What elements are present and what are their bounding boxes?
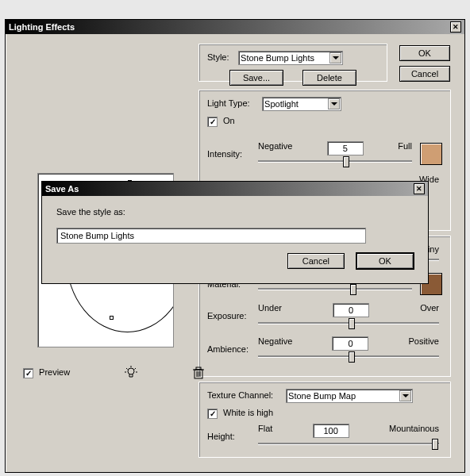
delete-button[interactable]: Delete: [302, 70, 356, 86]
saveas-cancel-button[interactable]: Cancel: [287, 253, 345, 269]
window-title: Lighting Effects: [9, 22, 75, 32]
light-type-label: Light Type:: [207, 98, 260, 108]
svg-line-3: [134, 368, 136, 370]
white-high-checkbox[interactable]: [207, 409, 218, 419]
saveas-ok-button[interactable]: OK: [356, 253, 414, 269]
svg-line-2: [126, 368, 128, 370]
style-group: Style: Stone Bump Lights Save... Delete: [198, 44, 387, 82]
ambience-slider[interactable]: [258, 355, 439, 357]
light-type-select[interactable]: Spotlight: [262, 97, 341, 111]
style-select-value: Stone Bump Lights: [241, 53, 314, 63]
exposure-label: Exposure:: [207, 311, 255, 321]
height-slider[interactable]: [258, 443, 439, 444]
ambience-left: Negative: [258, 336, 292, 351]
exposure-value[interactable]: 0: [333, 303, 369, 317]
save-as-dialog: Save As ✕ Save the style as: Stone Bump …: [41, 181, 429, 284]
intensity-value[interactable]: 5: [327, 141, 364, 155]
ambience-right: Positive: [408, 336, 439, 351]
texture-select[interactable]: Stone Bump Map: [286, 389, 413, 403]
exposure-left: Under: [258, 303, 282, 317]
style-name-value: Stone Bump Lights: [60, 231, 134, 240]
ok-button[interactable]: OK: [399, 45, 450, 61]
white-high-label: White is high: [223, 408, 273, 417]
texture-value: Stone Bump Map: [288, 391, 356, 401]
intensity-slider[interactable]: [258, 160, 412, 162]
svg-rect-8: [196, 367, 201, 370]
on-checkbox[interactable]: [207, 117, 218, 127]
preview-label: Preview: [39, 367, 70, 377]
dialog-buttons: OK Cancel: [399, 45, 450, 82]
preview-checkbox[interactable]: [23, 368, 33, 378]
trash-icon[interactable]: [191, 366, 206, 380]
chevron-down-icon: [329, 52, 341, 63]
light-color-swatch[interactable]: [420, 143, 442, 165]
close-icon[interactable]: ✕: [450, 21, 461, 33]
titlebar: Lighting Effects ✕: [6, 20, 464, 34]
height-value[interactable]: 100: [313, 424, 349, 438]
texture-group: Texture Channel: Stone Bump Map White is…: [198, 382, 451, 458]
svg-point-0: [128, 368, 134, 374]
cancel-button[interactable]: Cancel: [399, 66, 450, 82]
style-name-input[interactable]: Stone Bump Lights: [56, 228, 366, 244]
ambience-label: Ambience:: [207, 344, 255, 354]
intensity-left: Negative: [258, 141, 292, 155]
saveas-title: Save As: [45, 184, 79, 194]
style-select[interactable]: Stone Bump Lights: [238, 51, 343, 65]
ambience-value[interactable]: 0: [332, 336, 368, 351]
preview-controls: Preview: [23, 366, 206, 380]
height-left: Flat: [258, 424, 272, 438]
saveas-titlebar: Save As ✕: [42, 182, 428, 196]
style-label: Style:: [207, 52, 236, 62]
saveas-prompt: Save the style as:: [56, 207, 414, 217]
on-label: On: [223, 116, 235, 125]
light-type-value: Spotlight: [264, 99, 299, 109]
intensity-label: Intensity:: [207, 149, 255, 159]
close-icon[interactable]: ✕: [414, 183, 425, 194]
exposure-right: Over: [420, 303, 439, 317]
exposure-slider[interactable]: [258, 322, 439, 324]
intensity-right: Full: [398, 141, 412, 155]
lightbulb-icon[interactable]: [124, 366, 138, 380]
texture-label: Texture Channel:: [207, 390, 283, 400]
height-right: Mountainous: [389, 424, 439, 438]
material-slider[interactable]: [258, 288, 412, 290]
height-label: Height:: [207, 432, 255, 441]
save-button[interactable]: Save...: [229, 70, 283, 86]
chevron-down-icon: [328, 98, 340, 109]
chevron-down-icon: [399, 390, 411, 401]
